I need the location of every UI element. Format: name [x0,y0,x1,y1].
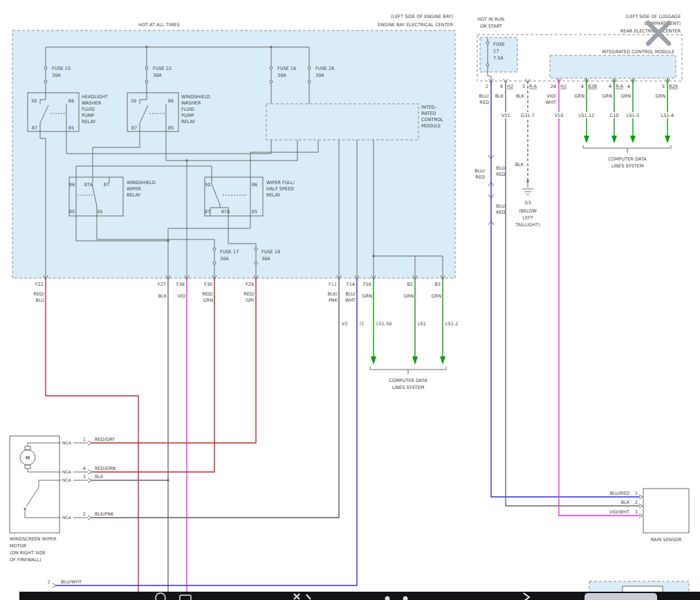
svg-text:BLU/: BLU/ [475,168,486,174]
arrow-down-icon [440,356,445,365]
relay-label: HEADLIGHT [82,94,108,100]
svg-text:LINES SYSTEM: LINES SYSTEM [611,163,644,169]
svg-text:LS1-2: LS1-2 [445,321,458,327]
svg-text:PNK: PNK [329,298,338,303]
fuse-name: FUSE [493,42,505,47]
svg-text:RED: RED [496,172,506,177]
svg-text:RED/GRN: RED/GRN [95,466,116,471]
svg-text:R-A: R-A [616,84,623,89]
wire-blk-pnk [92,279,339,518]
svg-text:1: 1 [635,491,638,496]
fuse-name: FUSE 18 [261,249,280,255]
wire-blu-wht [57,279,357,585]
svg-text:RELAY: RELAY [127,192,140,198]
fuse-name: FUSE 26 [315,66,334,71]
fuse-name: FUSE 16 [277,66,296,71]
module-label: INTEGRATED CONTROL MODULE [602,49,674,55]
svg-text:3: 3 [83,474,86,480]
svg-text:4: 4 [627,84,630,89]
svg-text:3: 3 [522,84,525,89]
data-lines-label: COMPUTER DATA [608,156,647,162]
relay-pin: 86 [168,98,174,104]
svg-text:BLU/: BLU/ [345,291,356,297]
connector-wire: BLU/WHT [61,579,82,585]
svg-text:RELAY: RELAY [82,119,95,125]
location-label: (LEFT SIDE OF ENGINE BAY) [391,14,453,19]
svg-text:LS1-50: LS1-50 [376,321,392,327]
connector-pin: 2 [48,579,50,585]
fuse-rating: 30A [315,73,324,78]
harness-wires-left [46,279,357,592]
svg-text:NCA: NCA [62,478,72,482]
svg-text:LS1-12: LS1-12 [579,113,595,118]
relay-pin: 87 [131,125,137,131]
svg-text:NCA: NCA [62,469,72,474]
module-label: INTEG- [421,104,437,110]
bottom-connector: 2 BLU/WHT [48,579,82,588]
svg-text:BLK: BLK [158,293,167,299]
svg-text:H2: H2 [560,84,567,89]
svg-text:VIO/: VIO/ [546,93,556,99]
fuse-rating: 7.5A [493,55,504,61]
svg-text:F22: F22 [35,282,44,287]
fuse-rating: 30A [153,73,162,78]
wire-red-blu [46,279,138,592]
svg-text:GRN: GRN [404,293,414,299]
connector-pin-labels: F22 F27 F36 F30 F29 F11 F14 F50 B2 B3 [35,282,441,287]
svg-text:BLK: BLK [495,93,504,99]
bottom-toolbar[interactable] [19,592,700,600]
rear-icm-box [550,55,676,78]
svg-text:GRN: GRN [602,93,613,99]
fuse-rating: 30A [220,256,229,262]
svg-text:RELAY: RELAY [266,192,280,198]
svg-text:9: 9 [500,84,503,89]
svg-text:BLU/: BLU/ [479,93,490,99]
svg-text:WHT: WHT [345,298,356,303]
svg-text:GRN: GRN [575,93,585,99]
motor-box [10,436,59,533]
svg-text:FLUID: FLUID [181,107,194,112]
svg-text:RELAY: RELAY [181,119,195,125]
svg-text:R-A: R-A [529,84,537,89]
svg-text:3: 3 [635,509,638,515]
svg-text:BLU: BLU [35,298,44,303]
motor-row-labels: NCA 1 RED/GRY NCA 4 RED/GRN NCA 3 BLK NC… [62,437,116,520]
svg-text:GRN: GRN [362,293,373,299]
svg-text:F11: F11 [329,282,337,287]
svg-text:TAILLIGHT): TAILLIGHT) [515,222,540,228]
rain-sensor-row-labels: BLU/RED1 BLK2 VIO/WHT3 [609,491,638,515]
svg-text:RED/GRY: RED/GRY [95,437,115,442]
svg-text:WASHER: WASHER [82,100,102,106]
svg-text:5: 5 [662,84,665,89]
relay-pin: 85 [68,125,74,131]
svg-text:BLU/RED: BLU/RED [610,491,629,496]
svg-text:B2: B2 [407,282,413,287]
svg-text:(ON RIGHT SIDE: (ON RIGHT SIDE [10,550,46,556]
wire-color-labels: RED/BLU BLK VIO RED/GRN RED/GRY BLK/PNK … [33,291,441,303]
svg-text:FLUID: FLUID [82,107,95,112]
svg-text:BLK: BLK [95,474,104,480]
svg-text:V31: V31 [501,113,510,118]
svg-text:MODULE: MODULE [421,123,441,129]
svg-text:BLK: BLK [516,93,525,99]
svg-text:B2B: B2B [588,84,597,89]
motor-caption: WINDSCREEN WIPER MOTOR (ON RIGHT SIDE OF… [10,536,57,563]
svg-text:MOTOR: MOTOR [10,543,27,549]
svg-text:GRN: GRN [432,293,442,299]
switch-contact [24,507,26,509]
svg-text:B3: B3 [434,282,441,287]
svg-text:RED: RED [496,210,506,215]
svg-text:BLU/: BLU/ [496,203,507,209]
panel-title: REAR ELECTRICAL CENTER [620,28,681,34]
power-source-label: HOT IN RUN [477,17,504,22]
svg-text:WASHER: WASHER [181,100,201,106]
relay-pin: 87 [32,125,37,131]
svg-text:VIO: VIO [178,293,185,299]
svg-text:LS1-4: LS1-4 [661,113,674,118]
keyboard-button[interactable] [584,593,657,600]
svg-text:4: 4 [83,466,86,471]
svg-text:GRN: GRN [656,93,666,99]
svg-text:4: 4 [609,84,611,89]
svg-text:RED/: RED/ [243,291,255,297]
windscreen-wiper-motor: M NCA 1 RED/GRY NCA 4 RED/GRN NCA 3 BLK … [10,436,116,563]
